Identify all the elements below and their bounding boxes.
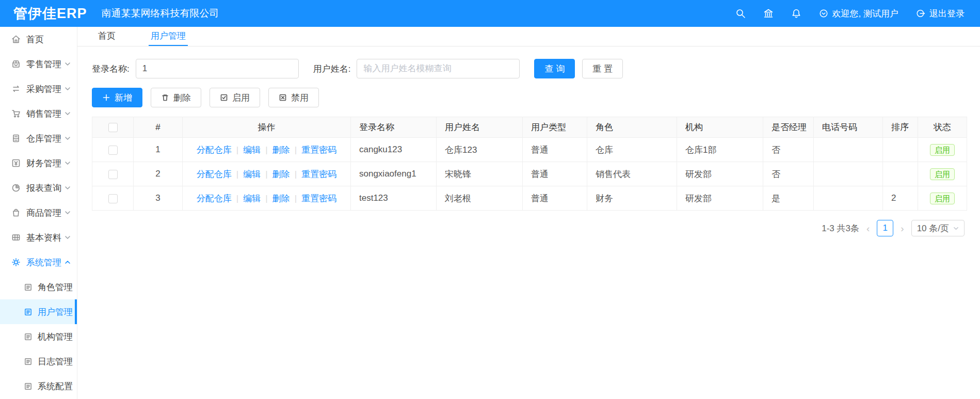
sidebar-subitem-config[interactable]: 系统配置 (0, 374, 77, 398)
logout-label: 退出登录 (929, 8, 965, 20)
chevron-down-icon (65, 210, 71, 216)
document-icon (24, 308, 33, 316)
prev-page-button[interactable]: ‹ (866, 224, 870, 233)
assign-warehouse-link[interactable]: 分配仓库 (197, 169, 232, 179)
disable-button[interactable]: 禁用 (268, 88, 319, 107)
sidebar-item-sales[interactable]: 销售管理 (0, 101, 77, 126)
row-checkbox[interactable] (108, 194, 118, 203)
delete-link[interactable]: 删除 (272, 169, 290, 179)
delete-link[interactable]: 删除 (272, 194, 290, 203)
sidebar-item-basic-data[interactable]: 基本资料 (0, 225, 77, 250)
row-role: 财务 (587, 186, 677, 211)
edit-link[interactable]: 编辑 (243, 194, 261, 203)
sidebar-item-label: 系统管理 (26, 257, 65, 268)
home-bank-icon[interactable] (763, 8, 774, 19)
row-login: test123 (351, 186, 437, 211)
reset-button[interactable]: 重 置 (582, 59, 623, 78)
tab-bar: 首页 用户管理 (77, 27, 980, 46)
page-size-select[interactable]: 10 条/页 (911, 220, 965, 236)
row-operations: 分配仓库|编辑|删除|重置密码 (183, 138, 351, 162)
user-name-input[interactable] (357, 59, 520, 78)
plus-icon (102, 93, 110, 102)
col-manager: 是否经理 (763, 117, 814, 138)
sidebar-item-purchase[interactable]: 采购管理 (0, 76, 77, 101)
tab-home[interactable]: 首页 (96, 27, 118, 46)
row-checkbox[interactable] (108, 170, 118, 179)
assign-warehouse-link[interactable]: 分配仓库 (197, 194, 232, 203)
welcome-text: 欢迎您, 测试用户 (832, 8, 898, 20)
sidebar-item-warehouse[interactable]: 仓库管理 (0, 126, 77, 151)
reset-password-link[interactable]: 重置密码 (301, 194, 336, 203)
row-phone (814, 186, 883, 211)
sidebar-subitem-org[interactable]: 机构管理 (0, 324, 77, 349)
edit-link[interactable]: 编辑 (243, 169, 261, 179)
row-login: songxiaofeng1 (351, 162, 437, 186)
document-icon (24, 332, 33, 341)
row-org: 研发部 (677, 162, 763, 186)
delete-button[interactable]: 删除 (151, 88, 201, 107)
current-page-button[interactable]: 1 (877, 220, 893, 236)
query-button[interactable]: 查 询 (534, 59, 575, 78)
add-button[interactable]: 新增 (92, 88, 142, 107)
tab-user-management[interactable]: 用户管理 (149, 27, 188, 46)
sidebar-subitem-label: 用户管理 (38, 306, 73, 318)
enable-button[interactable]: 启用 (210, 88, 260, 107)
user-menu[interactable]: 欢迎您, 测试用户 (819, 8, 898, 20)
col-org: 机构 (677, 117, 763, 138)
notification-bell-icon[interactable] (791, 8, 801, 19)
assign-warehouse-link[interactable]: 分配仓库 (197, 145, 232, 155)
check-square-icon (220, 93, 228, 102)
row-checkbox[interactable] (108, 146, 118, 155)
document-icon (24, 357, 33, 366)
row-type: 普通 (523, 138, 587, 162)
sidebar-item-label: 采购管理 (26, 83, 65, 95)
reset-password-link[interactable]: 重置密码 (301, 169, 336, 179)
purchase-sync-icon (11, 84, 21, 93)
row-manager: 是 (763, 186, 814, 211)
table-row: 1 分配仓库|编辑|删除|重置密码 cangku123 仓库123 普通 仓库 … (92, 138, 967, 162)
logout-icon (916, 9, 925, 18)
next-page-button[interactable]: › (901, 224, 904, 233)
sidebar-item-system[interactable]: 系统管理 (0, 250, 77, 275)
login-name-input[interactable] (136, 59, 299, 78)
row-name: 宋晓锋 (437, 162, 523, 186)
sidebar-subitem-users[interactable]: 用户管理 (0, 299, 77, 324)
sidebar-item-label: 销售管理 (26, 108, 65, 120)
row-manager: 否 (763, 138, 814, 162)
user-name-label: 用户姓名: (313, 63, 351, 75)
row-role: 仓库 (587, 138, 677, 162)
col-login: 登录名称 (351, 117, 437, 138)
sidebar-subitem-label: 系统配置 (38, 380, 73, 392)
sidebar-item-label: 财务管理 (26, 157, 65, 169)
document-icon (24, 382, 33, 391)
status-badge: 启用 (930, 193, 955, 204)
home-icon (11, 35, 21, 44)
document-icon (24, 283, 33, 292)
sidebar-subitem-logs[interactable]: 日志管理 (0, 349, 77, 374)
select-all-checkbox[interactable] (108, 123, 118, 132)
col-phone: 电话号码 (814, 117, 883, 138)
edit-link[interactable]: 编辑 (243, 145, 261, 155)
sidebar-item-home[interactable]: 首页 (0, 27, 77, 52)
sidebar-item-finance[interactable]: 财务管理 (0, 151, 77, 175)
delete-link[interactable]: 删除 (272, 145, 290, 155)
sidebar-item-label: 首页 (26, 34, 71, 45)
sidebar: 首页 零售管理 采购管理 销售管理 仓库管理 财务管理 (0, 27, 77, 399)
reset-password-link[interactable]: 重置密码 (301, 145, 336, 155)
sidebar-item-reports[interactable]: 报表查询 (0, 175, 77, 200)
report-pie-icon (11, 183, 21, 193)
sidebar-item-retail[interactable]: 零售管理 (0, 52, 77, 76)
sales-cart-icon (11, 109, 21, 118)
row-org: 仓库1部 (677, 138, 763, 162)
sidebar-item-goods[interactable]: 商品管理 (0, 200, 77, 225)
chevron-down-icon (65, 185, 71, 191)
col-role: 角色 (587, 117, 677, 138)
row-login: cangku123 (351, 138, 437, 162)
sidebar-subitem-label: 机构管理 (38, 331, 73, 343)
col-index: # (134, 117, 183, 138)
search-icon[interactable] (735, 8, 746, 19)
chevron-up-icon (65, 259, 71, 265)
sidebar-subitem-roles[interactable]: 角色管理 (0, 275, 77, 299)
logout-button[interactable]: 退出登录 (916, 8, 965, 20)
row-sort: 2 (883, 186, 918, 211)
